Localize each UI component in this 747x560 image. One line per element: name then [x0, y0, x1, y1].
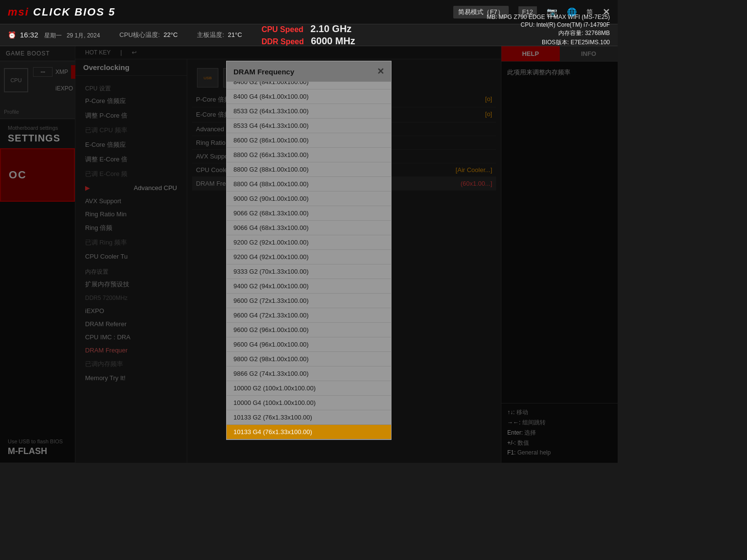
cpu-temp-display: CPU核心温度: 22°C	[120, 31, 178, 39]
modal-list-item[interactable]: 9200 G4 (92x1.00x100.00)	[227, 250, 391, 264]
modal-list-item[interactable]: 9066 G4 (68x1.33x100.00)	[227, 221, 391, 235]
modal-list-item[interactable]: 8533 G4 (64x1.33x100.00)	[227, 119, 391, 133]
modal-list-item[interactable]: 8400 G4 (84x1.00x100.00)	[227, 89, 391, 104]
modal-list-item[interactable]: 8800 G4 (88x1.00x100.00)	[227, 177, 391, 192]
mb-temp-display: 主板温度: 21°C	[197, 31, 242, 39]
modal-list-item[interactable]: 9600 G4 (96x1.00x100.00)	[227, 337, 391, 352]
modal-list-item[interactable]: 9200 G2 (92x1.00x100.00)	[227, 235, 391, 250]
ddr-speed-display: DDR Speed 6000 MHz	[262, 35, 356, 47]
modal-list: 8000 G4 (80x1.00x100.00)8200 G2 (82x1.00…	[227, 82, 391, 439]
modal-close-button[interactable]: ✕	[377, 66, 384, 77]
modal-list-item[interactable]: 9333 G2 (70x1.33x100.00)	[227, 264, 391, 279]
modal-list-item[interactable]: 10133 G2 (76x1.33x100.00)	[227, 410, 391, 425]
modal-list-item[interactable]: 8800 G2 (66x1.33x100.00)	[227, 148, 391, 162]
modal-list-item[interactable]: 10133 G4 (76x1.33x100.00)	[227, 425, 391, 439]
modal-list-item[interactable]: 10000 G2 (100x1.00x100.00)	[227, 381, 391, 396]
modal-list-item[interactable]: 9600 G2 (96x1.00x100.00)	[227, 323, 391, 337]
modal-list-item[interactable]: 9400 G2 (94x1.00x100.00)	[227, 279, 391, 294]
logo: msi CLICK BIOS 5	[8, 6, 116, 18]
modal-list-item[interactable]: 8400 G2 (84x1.00x100.00)	[227, 82, 391, 89]
modal-list-item[interactable]: 9000 G2 (90x1.00x100.00)	[227, 192, 391, 206]
cpu-speed-display: CPU Speed 2.10 GHz	[262, 23, 356, 35]
modal-list-item[interactable]: 9866 G2 (74x1.33x100.00)	[227, 367, 391, 381]
logo-msi: msi	[8, 6, 29, 18]
clock-section: ⏰ 16:32 星期一 29 1月, 2024	[8, 31, 100, 40]
modal-list-item[interactable]: 9066 G2 (68x1.33x100.00)	[227, 206, 391, 221]
modal-list-item[interactable]: 9600 G2 (72x1.33x100.00)	[227, 294, 391, 308]
info-bar: ⏰ 16:32 星期一 29 1月, 2024 CPU核心温度: 22°C 主板…	[0, 24, 618, 46]
modal-header: DRAM Frequency ✕	[227, 61, 391, 82]
modal-list-item[interactable]: 8600 G2 (86x1.00x100.00)	[227, 133, 391, 148]
modal-list-item[interactable]: 10000 G4 (100x1.00x100.00)	[227, 396, 391, 410]
time-display: 16:32 星期一 29 1月, 2024	[20, 31, 100, 40]
modal-list-item[interactable]: 9600 G4 (72x1.33x100.00)	[227, 308, 391, 323]
modal-title: DRAM Frequency	[233, 68, 294, 76]
modal-list-item[interactable]: 8800 G2 (88x1.00x100.00)	[227, 162, 391, 177]
modal-overlay: DRAM Frequency ✕ 8000 G4 (80x1.00x100.00…	[0, 46, 618, 463]
modal-list-item[interactable]: 9800 G2 (98x1.00x100.00)	[227, 352, 391, 367]
modal-list-item[interactable]: 8533 G2 (64x1.33x100.00)	[227, 104, 391, 119]
dram-frequency-modal: DRAM Frequency ✕ 8000 G4 (80x1.00x100.00…	[226, 61, 391, 440]
